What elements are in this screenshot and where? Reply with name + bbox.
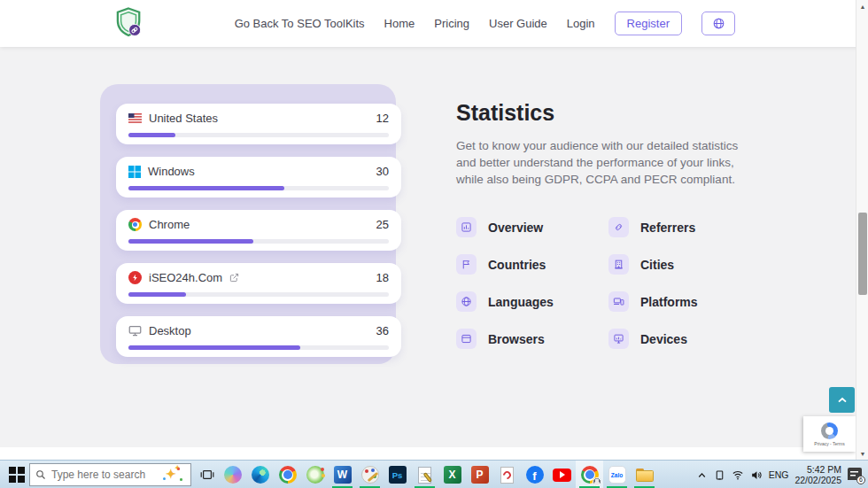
feature-label: Cities <box>640 258 674 272</box>
stat-label: Chrome <box>149 218 190 231</box>
start-button[interactable] <box>5 461 28 488</box>
device-status-icon[interactable] <box>714 469 725 481</box>
feature-label: Languages <box>488 295 554 309</box>
feature-countries: Countries <box>456 254 608 275</box>
feature-overview: Overview <box>456 217 608 237</box>
taskbar-app-chrome-profile[interactable] <box>576 461 603 488</box>
register-button[interactable]: Register <box>615 12 682 35</box>
languages-globe-icon <box>456 291 477 312</box>
notification-center-button[interactable]: 6 <box>848 468 864 483</box>
excel-icon: X <box>444 466 461 484</box>
taskbar-app-file-explorer[interactable] <box>631 461 658 488</box>
taskbar-search-box[interactable]: ✦✦ <box>29 463 191 486</box>
progress-fill <box>128 186 284 190</box>
feature-label: Overview <box>488 221 543 235</box>
stat-value: 25 <box>376 218 389 231</box>
system-tray: ENG 5:42 PM 22/02/2025 6 <box>696 461 864 488</box>
scrollbar-down-arrow[interactable]: ▼ <box>856 447 868 460</box>
language-indicator[interactable]: ENG <box>769 469 789 480</box>
stat-value: 12 <box>376 112 389 125</box>
scrollbar-thumb[interactable] <box>858 213 867 295</box>
taskbar-app-powerpoint[interactable]: P <box>466 461 493 488</box>
stat-card-platform: Windows 30 <box>116 157 401 198</box>
taskbar-app-word[interactable]: W <box>329 461 356 488</box>
nav-link-go-back-seo-toolkits[interactable]: Go Back To SEO ToolKits <box>235 17 365 30</box>
nav-links: Go Back To SEO ToolKits Home Pricing Use… <box>235 12 735 35</box>
taskbar-app-copilot[interactable] <box>219 461 246 488</box>
stat-card-device: Desktop 36 <box>116 316 401 357</box>
nav-link-pricing[interactable]: Pricing <box>434 17 469 30</box>
taskbar-app-zalo[interactable]: Zalo <box>603 461 631 488</box>
scroll-to-top-button[interactable] <box>829 387 855 413</box>
devices-icon <box>608 329 629 349</box>
chrome-icon <box>279 466 297 484</box>
stat-value: 36 <box>376 324 389 337</box>
feature-platforms: Platforms <box>608 291 761 312</box>
copilot-icon <box>224 466 242 484</box>
taskbar-app-acrobat[interactable] <box>493 461 521 488</box>
nav-link-home[interactable]: Home <box>384 17 415 30</box>
taskbar-clock[interactable]: 5:42 PM 22/02/2025 <box>794 464 841 485</box>
stat-label: Desktop <box>149 324 191 337</box>
feature-label: Platforms <box>640 295 698 309</box>
search-highlights-sparkle-icon[interactable]: ✦✦ <box>162 466 185 484</box>
feature-browsers: Browsers <box>456 329 608 349</box>
platforms-icon <box>608 291 629 312</box>
features-grid: Overview Referrers Countries <box>456 217 761 349</box>
feature-label: Referrers <box>640 221 695 235</box>
progress-fill <box>128 133 175 137</box>
progress-bar <box>128 292 389 297</box>
paint-icon <box>361 466 379 484</box>
powerpoint-icon: P <box>471 466 489 484</box>
us-flag-icon <box>128 113 142 123</box>
clock-time: 5:42 PM <box>794 464 841 475</box>
scrollbar-up-arrow[interactable]: ▲ <box>856 0 868 12</box>
stat-card-country: United States 12 <box>116 104 401 144</box>
taskbar-app-notepad[interactable] <box>411 461 438 488</box>
desktop-screen: Go Back To SEO ToolKits Home Pricing Use… <box>0 0 868 488</box>
recaptcha-badge[interactable]: Privacy - Terms <box>803 416 856 452</box>
cities-building-icon <box>608 254 629 275</box>
search-icon <box>35 469 46 480</box>
hidden-icons-chevron[interactable] <box>696 469 708 481</box>
feature-languages: Languages <box>456 291 608 312</box>
feature-label: Devices <box>640 332 687 346</box>
notepad-icon <box>418 467 431 484</box>
zalo-icon: Zalo <box>608 466 626 484</box>
browsers-icon <box>456 329 477 349</box>
wifi-icon[interactable] <box>732 469 744 480</box>
section-title: Statistics <box>456 100 554 126</box>
task-view-button[interactable] <box>195 461 219 488</box>
nav-link-login[interactable]: Login <box>567 17 595 30</box>
taskbar-app-photoshop[interactable]: Ps <box>384 461 411 488</box>
feature-referrers: Referrers <box>608 217 761 237</box>
progress-fill <box>128 239 253 244</box>
chevron-up-icon <box>835 393 849 407</box>
stat-label: Windows <box>148 165 195 178</box>
stat-card-browser: Chrome 25 <box>116 210 401 251</box>
page-bottom-strip <box>0 447 868 460</box>
taskbar-app-paint[interactable] <box>356 461 384 488</box>
taskbar-app-chrome[interactable] <box>274 461 301 488</box>
feature-cities: Cities <box>608 254 761 275</box>
taskbar-app-excel[interactable]: X <box>438 461 466 488</box>
taskbar-app-edge[interactable] <box>246 461 274 488</box>
speaker-icon[interactable] <box>750 469 763 481</box>
nav-link-user-guide[interactable]: User Guide <box>489 17 547 30</box>
green-app-icon <box>306 466 324 484</box>
recaptcha-logo-icon <box>821 422 838 439</box>
language-globe-button[interactable] <box>701 12 735 35</box>
recaptcha-privacy-terms: Privacy - Terms <box>814 441 844 446</box>
clock-date: 22/02/2025 <box>794 475 841 485</box>
windows-taskbar: ✦✦ W <box>0 460 868 488</box>
iseo24h-favicon <box>128 271 142 284</box>
progress-fill <box>128 292 186 297</box>
site-logo[interactable] <box>116 7 143 41</box>
external-link-icon[interactable] <box>229 273 239 283</box>
chrome-logo-icon <box>128 218 142 231</box>
taskbar-app-youtube[interactable] <box>548 461 576 488</box>
stat-label: iSEO24h.Com <box>149 271 222 284</box>
taskbar-app-green-app[interactable] <box>301 461 329 488</box>
taskbar-app-facebook[interactable]: f <box>521 461 548 488</box>
search-input[interactable] <box>51 469 157 481</box>
